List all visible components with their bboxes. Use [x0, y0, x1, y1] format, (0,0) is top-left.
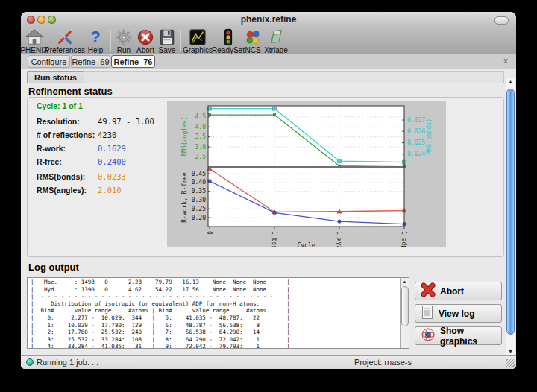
run-status-page: Run status Refinement status Cycle: 1 of…	[21, 69, 516, 355]
stat-label: RMS(bonds):	[37, 172, 98, 181]
svg-text:3.0: 3.0	[195, 144, 207, 151]
svg-text:2.5: 2.5	[195, 154, 207, 160]
phenix-refine-window: phenix.refine PHENIX Preferences ? Help	[21, 12, 516, 369]
svg-text:0.25: 0.25	[192, 206, 206, 212]
svg-text:0.40: 0.40	[192, 179, 206, 186]
svg-text:0.30: 0.30	[192, 197, 206, 203]
titlebar[interactable]: phenix.refine	[21, 12, 516, 27]
svg-text:0.35: 0.35	[192, 188, 206, 195]
svg-text:Cycle: Cycle	[297, 242, 315, 247]
stat-value: 0.0233	[98, 172, 126, 181]
svg-text:0.45: 0.45	[192, 171, 206, 177]
stat-value: 0.2400	[98, 157, 126, 166]
stat-row: # of reflections:4230	[37, 127, 116, 138]
view-log-button-label: View log	[439, 309, 474, 319]
tab-configure[interactable]: Configure	[28, 55, 70, 68]
view-log-button[interactable]: View log	[415, 304, 502, 323]
abort-button-label: Abort	[440, 286, 464, 297]
main-scrollbar[interactable]: ▲ ▼	[506, 78, 515, 355]
svg-text:0.027: 0.027	[407, 117, 425, 124]
stat-value: 4230	[98, 130, 116, 139]
log-output[interactable]: | Mac. : 1498 0 2.28 79.79 16.13 None No…	[27, 277, 409, 349]
toolbar-button-xtriage[interactable]: Xtriage	[250, 28, 302, 54]
svg-text:3.5: 3.5	[195, 133, 207, 140]
toolbar-toggle-button[interactable]	[494, 16, 509, 25]
tab-close-icon[interactable]: x	[501, 56, 510, 65]
log-scrollbar-thumb[interactable]	[401, 286, 409, 326]
main-scrollbar-thumb[interactable]	[506, 89, 515, 335]
svg-text:RMS(angles): RMS(angles)	[181, 117, 188, 157]
svg-text:1_adp: 1_adp	[401, 231, 407, 247]
abort-x-icon	[421, 282, 436, 300]
status-running-text: Running 1 job. . .	[37, 358, 98, 367]
stat-row: RMS(angles):2.010	[37, 183, 122, 193]
status-project-text: Project: rnase-s	[354, 358, 412, 367]
stat-row: R-free:0.2400	[37, 154, 126, 165]
stat-value: 0.1629	[98, 144, 126, 153]
stat-value: 49.97 - 3.00	[98, 117, 154, 126]
document-icon	[421, 305, 434, 322]
notebook-tabbar: Configure Refine_69 Refine_76 x	[21, 54, 516, 70]
svg-text:R-work, R-free: R-work, R-free	[181, 172, 188, 223]
svg-text:0.024: 0.024	[407, 151, 425, 157]
svg-text:0: 0	[206, 231, 213, 235]
scroll-up-icon[interactable]: ▲	[401, 279, 409, 284]
window-title: phenix.refine	[21, 12, 516, 27]
stat-row: RMS(bonds):0.0233	[37, 169, 126, 180]
svg-text:0.026: 0.026	[407, 128, 425, 135]
svg-text:1_xyz: 1_xyz	[336, 231, 342, 247]
stat-label: R-free:	[37, 157, 98, 166]
show-graphics-button-label: Show graphics	[440, 326, 501, 347]
cycle-label: Cycle: 1 of 1	[37, 101, 83, 110]
svg-text:1_bss: 1_bss	[271, 231, 277, 247]
stat-label: RMS(angles):	[37, 186, 98, 195]
svg-text:4.5: 4.5	[195, 113, 207, 120]
subtab-strip	[27, 71, 504, 83]
stat-row: R-work:0.1629	[37, 141, 126, 151]
stat-label: R-work:	[37, 144, 98, 153]
stat-label: # of reflections:	[37, 130, 98, 139]
tab-run-status[interactable]: Run status	[27, 71, 84, 83]
scroll-up-icon[interactable]: ▲	[506, 79, 515, 84]
stat-row: Resolution:49.97 - 3.00	[37, 114, 154, 124]
graphics-sphere-icon	[421, 327, 436, 344]
stat-value: 2.010	[98, 186, 122, 195]
scroll-down-icon[interactable]: ▼	[506, 349, 515, 354]
toolbar: PHENIX Preferences ? Help Run Abort	[21, 27, 516, 55]
log-scrollbar[interactable]: ▲	[400, 278, 409, 348]
statusbar: Running 1 job. . . Project: rnase-s	[21, 355, 516, 369]
abort-button[interactable]: Abort	[415, 282, 502, 300]
xtriage-crystal-icon	[267, 28, 285, 46]
svg-text:RMS(bonds): RMS(bonds)	[426, 118, 433, 154]
log-output-heading: Log output	[28, 262, 79, 273]
log-text: | Mac. : 1498 0 2.28 79.79 16.13 None No…	[28, 278, 409, 349]
running-status-icon	[26, 358, 34, 366]
tab-refine-76[interactable]: Refine_76	[111, 55, 155, 68]
svg-text:4.0: 4.0	[195, 124, 207, 130]
refinement-progress-chart: 2.53.03.54.04.50.0240.0250.0260.027RMS(b…	[167, 101, 446, 247]
svg-text:0.025: 0.025	[407, 139, 425, 146]
refinement-status-heading: Refinement status	[28, 86, 113, 97]
toolbar-label: Xtriage	[264, 46, 288, 54]
refinement-panel: Cycle: 1 of 1 Resolution:49.97 - 3.00 # …	[27, 97, 504, 257]
tab-refine-69[interactable]: Refine_69	[71, 55, 110, 68]
resize-grip[interactable]	[506, 359, 515, 367]
stat-label: Resolution:	[37, 117, 98, 126]
svg-text:0.20: 0.20	[192, 215, 206, 221]
show-graphics-button[interactable]: Show graphics	[415, 326, 502, 345]
